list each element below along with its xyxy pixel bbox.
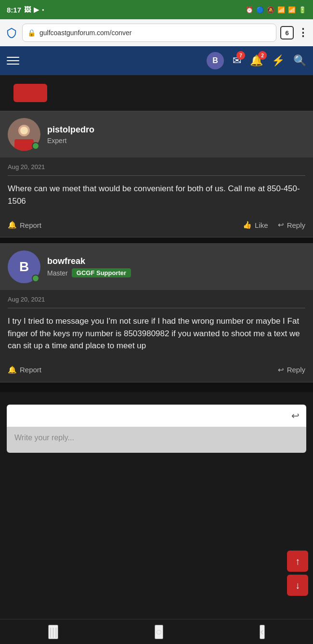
url-box[interactable]: 🔒 gulfcoastgunforum.com/conver — [22, 24, 276, 42]
status-time: 8:17 — [7, 6, 21, 14]
hamburger-menu[interactable] — [7, 57, 19, 65]
reply-icon-bowfreak: ↩ — [278, 366, 284, 374]
avatar-wrap-pistolpedro — [8, 118, 40, 151]
like-icon: 👍 — [243, 221, 252, 229]
lock-icon: 🔒 — [27, 29, 36, 37]
reply-toolbar: ↩ — [7, 405, 306, 427]
username-bowfreak[interactable]: bowfreak — [47, 256, 131, 266]
bottom-gap — [0, 382, 313, 392]
post-date-bowfreak: Aug 20, 2021 — [8, 296, 305, 303]
notifications-icon-wrap[interactable]: 🔔 2 — [250, 54, 263, 67]
alarm-icon: ⏰ — [246, 6, 253, 13]
reply-icon: ↩ — [278, 221, 284, 229]
notifications-badge: 2 — [258, 51, 267, 60]
url-text: gulfcoastgunforum.com/conver — [39, 29, 271, 37]
partial-button-area — [0, 75, 313, 111]
messages-badge: 7 — [236, 51, 245, 60]
post-body-bowfreak: Aug 20, 2021 I try I tried to message yo… — [0, 296, 313, 360]
post-header-pistolpedro: pistolpedro Expert — [0, 111, 313, 158]
bottom-spacer — [0, 453, 313, 482]
undo-icon[interactable]: ↩ — [291, 410, 300, 421]
status-right: ⏰ 🔵 🔕 📶 📶 🔋 — [246, 6, 306, 13]
reply-placeholder: Write your reply... — [14, 434, 74, 442]
browser-bar: 🔒 gulfcoastgunforum.com/conver 6 ⋮ — [0, 19, 313, 46]
svg-rect-2 — [14, 139, 34, 151]
browser-menu-icon[interactable]: ⋮ — [298, 26, 308, 39]
post-body-pistolpedro: Aug 20, 2021 Where can we meet that woul… — [0, 163, 313, 215]
scroll-buttons: ↑ ↓ — [287, 551, 308, 596]
like-button-pistolpedro[interactable]: 👍 Like — [243, 221, 268, 229]
hamburger-line — [7, 64, 19, 65]
arrow-down-icon: ↓ — [295, 580, 300, 591]
role-row-bowfreak: Master GCGF Supporter — [47, 268, 131, 277]
report-button-bowfreak[interactable]: 🔔 Report — [8, 366, 41, 374]
post-text-pistolpedro: Where can we meet that would be convenie… — [8, 183, 305, 207]
user-info-pistolpedro: pistolpedro Expert — [47, 125, 94, 145]
nav-bar: B ✉ 7 🔔 2 ⚡ 🔍 — [0, 46, 313, 75]
username-pistolpedro[interactable]: pistolpedro — [47, 125, 94, 135]
reply-label-pistolpedro: Reply — [287, 221, 305, 229]
report-icon-bowfreak: 🔔 — [8, 366, 17, 374]
post-actions-pistolpedro: 🔔 Report 👍 Like ↩ Reply — [0, 215, 313, 237]
post-header-bowfreak: B bowfreak Master GCGF Supporter — [0, 244, 313, 290]
android-home-button[interactable]: ○ — [155, 625, 163, 639]
status-bar: 8:17 🖼 ▶ ● ⏰ 🔵 🔕 📶 📶 🔋 — [0, 0, 313, 19]
post-gap — [0, 237, 313, 243]
reply-label-bowfreak: Reply — [287, 366, 305, 374]
user-info-bowfreak: bowfreak Master GCGF Supporter — [47, 256, 131, 277]
report-label-pistolpedro: Report — [20, 221, 41, 229]
post-bowfreak: B bowfreak Master GCGF Supporter Aug 20,… — [0, 243, 313, 382]
battery-icon: 🔋 — [299, 6, 306, 13]
messages-icon-wrap[interactable]: ✉ 7 — [233, 54, 241, 67]
reply-area-container: ↩ Write your reply... — [0, 397, 313, 453]
android-nav-bar: ||| ○ ‹ — [0, 619, 313, 644]
bluetooth-icon: 🔵 — [256, 6, 264, 13]
like-label-pistolpedro: Like — [255, 221, 268, 229]
post-date-pistolpedro: Aug 20, 2021 — [8, 163, 305, 171]
online-indicator-pistolpedro — [32, 142, 39, 150]
partial-red-button[interactable] — [13, 84, 47, 102]
avatar-wrap-bowfreak: B — [8, 250, 40, 283]
hamburger-line — [7, 60, 19, 61]
search-icon-wrap[interactable]: 🔍 — [293, 54, 306, 67]
online-indicator-bowfreak — [32, 275, 39, 282]
android-back-button[interactable]: ‹ — [260, 625, 265, 639]
post-divider-pistolpedro — [8, 175, 305, 176]
scroll-up-button[interactable]: ↑ — [287, 551, 308, 572]
reply-input-box[interactable]: Write your reply... — [7, 427, 306, 453]
mute-icon: 🔕 — [267, 6, 274, 13]
dot-icon: ● — [42, 8, 44, 12]
report-button-pistolpedro[interactable]: 🔔 Report — [8, 221, 41, 229]
post-text-bowfreak: I try I tried to message you I'm not sur… — [8, 315, 305, 352]
reply-button-pistolpedro[interactable]: ↩ Reply — [278, 221, 305, 229]
report-label-bowfreak: Report — [20, 366, 41, 374]
gcgf-supporter-badge: GCGF Supporter — [72, 268, 131, 277]
role-bowfreak: Master — [47, 269, 68, 277]
signal-icon: 📶 — [288, 6, 296, 13]
photo-icon: 🖼 — [24, 6, 31, 13]
tab-count[interactable]: 6 — [280, 26, 294, 39]
status-left: 8:17 🖼 ▶ ● — [7, 6, 44, 14]
nav-right: B ✉ 7 🔔 2 ⚡ 🔍 — [207, 52, 306, 69]
post-actions-bowfreak: 🔔 Report ↩ Reply — [0, 360, 313, 382]
lightning-icon: ⚡ — [272, 54, 285, 67]
wifi-icon: 📶 — [277, 6, 285, 13]
reply-button-bowfreak[interactable]: ↩ Reply — [278, 366, 305, 374]
user-avatar[interactable]: B — [207, 52, 224, 69]
hamburger-line — [7, 57, 19, 58]
post-pistolpedro: pistolpedro Expert Aug 20, 2021 Where ca… — [0, 111, 313, 237]
report-icon: 🔔 — [8, 221, 17, 229]
shield-icon — [5, 26, 18, 39]
action-right-pistolpedro: 👍 Like ↩ Reply — [243, 221, 305, 229]
post-divider-bowfreak — [8, 308, 305, 308]
pip-icon: ▶ — [34, 6, 39, 13]
arrow-up-icon: ↑ — [295, 556, 300, 567]
lightning-icon-wrap[interactable]: ⚡ — [272, 54, 285, 67]
android-recents-button[interactable]: ||| — [48, 625, 58, 639]
svg-point-3 — [20, 127, 28, 134]
search-icon: 🔍 — [293, 54, 306, 67]
role-pistolpedro: Expert — [47, 137, 94, 145]
scroll-down-button[interactable]: ↓ — [287, 575, 308, 596]
